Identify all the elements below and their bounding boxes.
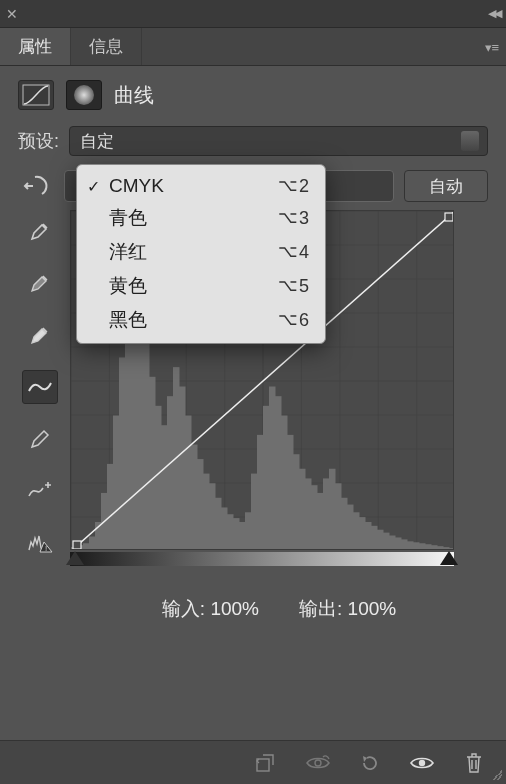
output-readout: 输出: 100% [299, 596, 396, 622]
svg-rect-49 [221, 507, 228, 550]
svg-rect-44 [191, 445, 198, 550]
svg-rect-61 [293, 454, 300, 550]
svg-rect-84 [431, 545, 438, 550]
preset-label: 预设: [18, 129, 59, 153]
svg-rect-58 [275, 396, 282, 550]
svg-rect-89 [73, 541, 81, 549]
svg-rect-79 [401, 539, 408, 550]
svg-rect-43 [185, 416, 192, 550]
white-point-slider[interactable] [440, 551, 458, 565]
svg-rect-54 [251, 474, 258, 550]
svg-rect-76 [383, 533, 390, 550]
svg-rect-87 [449, 548, 454, 550]
input-readout: 输入: 100% [162, 596, 259, 622]
svg-rect-91 [257, 759, 269, 771]
layer-mask-thumb[interactable] [66, 80, 102, 110]
svg-rect-52 [239, 522, 246, 550]
close-icon[interactable]: ✕ [6, 6, 22, 22]
svg-rect-57 [269, 386, 276, 550]
svg-rect-67 [329, 469, 336, 550]
svg-rect-42 [179, 386, 186, 550]
svg-rect-77 [389, 536, 396, 550]
svg-rect-59 [281, 416, 288, 550]
visibility-icon[interactable] [408, 749, 436, 777]
svg-rect-85 [437, 546, 444, 550]
svg-rect-47 [209, 483, 216, 550]
svg-rect-55 [257, 435, 264, 550]
svg-rect-82 [419, 543, 426, 550]
svg-rect-51 [233, 518, 240, 550]
svg-rect-65 [317, 493, 324, 550]
svg-rect-83 [425, 544, 432, 550]
channel-option[interactable]: 洋红⌥4 [77, 235, 325, 269]
panel-menu-icon[interactable]: ▾≡ [485, 39, 498, 54]
svg-rect-31 [113, 416, 120, 550]
svg-rect-90 [445, 213, 453, 221]
svg-rect-36 [143, 338, 150, 550]
svg-rect-53 [245, 512, 252, 550]
on-image-adjust-icon[interactable] [20, 171, 54, 201]
svg-rect-45 [197, 459, 204, 550]
pencil-icon[interactable] [22, 422, 58, 456]
svg-point-92 [315, 760, 321, 766]
svg-rect-46 [203, 474, 210, 550]
svg-rect-71 [353, 512, 360, 550]
channel-option[interactable]: 黄色⌥5 [77, 269, 325, 303]
svg-rect-62 [299, 469, 306, 550]
svg-rect-32 [119, 357, 126, 550]
svg-rect-37 [149, 377, 156, 550]
channel-option[interactable]: ✓CMYK⌥2 [77, 171, 325, 201]
channel-option[interactable]: 青色⌥3 [77, 201, 325, 235]
svg-rect-27 [89, 536, 96, 550]
eyedropper-white-icon[interactable] [22, 318, 58, 352]
trash-icon[interactable] [460, 749, 488, 777]
svg-rect-40 [167, 396, 174, 550]
svg-rect-48 [215, 498, 222, 550]
collapse-icon[interactable]: ◀◀ [488, 7, 500, 20]
svg-rect-56 [263, 406, 270, 550]
svg-rect-81 [413, 542, 420, 550]
svg-rect-69 [341, 498, 348, 550]
svg-rect-72 [359, 517, 366, 550]
eyedropper-gray-icon[interactable] [22, 266, 58, 300]
tab-properties[interactable]: 属性 [0, 28, 70, 65]
svg-rect-70 [347, 505, 354, 550]
svg-rect-73 [365, 522, 372, 550]
svg-rect-60 [287, 435, 294, 550]
adjustment-title: 曲线 [114, 82, 154, 109]
svg-rect-64 [311, 485, 318, 550]
svg-point-93 [419, 759, 425, 765]
svg-rect-50 [227, 514, 234, 550]
svg-rect-39 [161, 425, 168, 550]
clip-to-layer-icon[interactable] [252, 749, 280, 777]
view-previous-icon[interactable] [304, 749, 332, 777]
preset-value: 自定 [80, 130, 114, 153]
svg-rect-30 [107, 464, 114, 550]
black-point-slider[interactable] [66, 551, 84, 565]
channel-dropdown[interactable]: ✓CMYK⌥2青色⌥3洋红⌥4黄色⌥5黑色⌥6 [76, 164, 326, 344]
svg-rect-26 [83, 543, 90, 550]
svg-rect-74 [371, 526, 378, 550]
svg-rect-78 [395, 537, 402, 550]
auto-button[interactable]: 自动 [404, 170, 488, 202]
gradient-strip[interactable] [70, 552, 454, 566]
svg-rect-80 [407, 541, 414, 550]
tab-info[interactable]: 信息 [70, 28, 142, 65]
preset-select[interactable]: 自定 ▲▼ [69, 126, 488, 156]
eyedropper-black-icon[interactable] [22, 214, 58, 248]
svg-rect-66 [323, 478, 330, 550]
svg-rect-75 [377, 530, 384, 550]
svg-rect-68 [335, 483, 342, 550]
svg-text:!: ! [45, 544, 47, 553]
reset-icon[interactable] [356, 749, 384, 777]
curve-edit-icon[interactable] [22, 370, 58, 404]
smooth-icon[interactable] [22, 474, 58, 508]
svg-rect-86 [443, 547, 450, 550]
curves-adjustment-icon[interactable] [18, 80, 54, 110]
channel-option[interactable]: 黑色⌥6 [77, 303, 325, 337]
histogram-warn-icon[interactable]: ! [22, 526, 58, 560]
svg-rect-63 [305, 478, 312, 550]
svg-rect-38 [155, 406, 162, 550]
